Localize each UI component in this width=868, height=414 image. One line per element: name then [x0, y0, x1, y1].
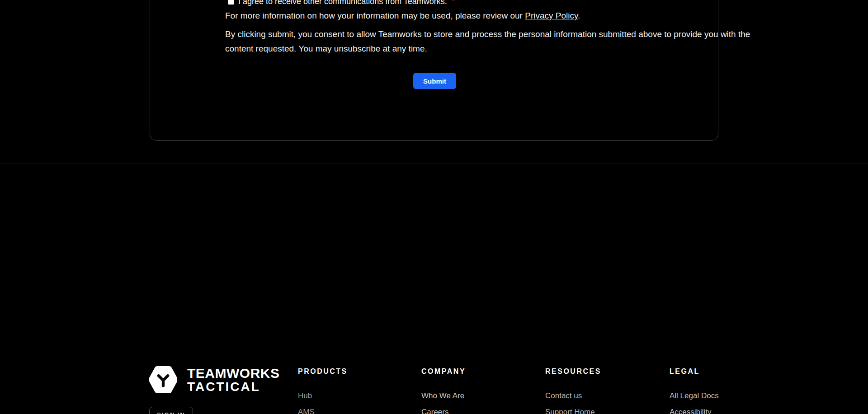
footer-column-title: PRODUCTS	[298, 367, 402, 376]
required-asterisk: *	[452, 0, 455, 5]
footer-column-title: COMPANY	[421, 367, 525, 376]
footer-column-company: COMPANY Who We Are Careers	[421, 367, 525, 414]
footer-link-hub[interactable]: Hub	[298, 392, 402, 400]
privacy-policy-link[interactable]: Privacy Policy	[525, 11, 578, 20]
site-footer: TEAMWORKS TACTICAL SIGN IN (202) 875-893…	[0, 164, 868, 414]
brand-name-line1: TEAMWORKS	[187, 366, 279, 380]
communications-consent-label: I agree to receive other communications …	[238, 0, 447, 6]
submit-consent-line2: content requested. You may unsubscribe a…	[225, 42, 750, 56]
footer-column-title: LEGAL	[670, 367, 774, 376]
footer-column-products: PRODUCTS Hub AMS Nutrition	[298, 367, 402, 414]
footer-brand-logo[interactable]: TEAMWORKS TACTICAL	[149, 365, 279, 395]
footer-brand-name: TEAMWORKS TACTICAL	[187, 366, 279, 394]
sign-in-button[interactable]: SIGN IN	[149, 407, 193, 414]
footer-link-who-we-are[interactable]: Who We Are	[421, 392, 525, 400]
footer-column-legal: LEGAL All Legal Docs Accessibility Priva…	[670, 367, 774, 414]
communications-consent-checkbox[interactable]	[228, 0, 234, 5]
footer-link-support-home[interactable]: Support Home	[545, 408, 649, 414]
footer-link-all-legal-docs[interactable]: All Legal Docs	[670, 392, 774, 400]
form-section-background: I agree to receive other communications …	[0, 0, 868, 164]
privacy-info-prefix: For more information on how your informa…	[225, 11, 525, 20]
footer-column-resources: RESOURCES Contact us Support Home Learni…	[545, 367, 649, 414]
footer-column-title: RESOURCES	[545, 367, 649, 376]
brand-name-line2: TACTICAL	[187, 380, 279, 394]
footer-link-careers[interactable]: Careers	[421, 408, 525, 414]
submit-consent-text: By clicking submit, you consent to allow…	[225, 27, 750, 56]
footer-link-accessibility[interactable]: Accessibility	[670, 408, 774, 414]
privacy-info-text: For more information on how your informa…	[225, 10, 580, 21]
submit-consent-line1: By clicking submit, you consent to allow…	[225, 27, 750, 42]
submit-button[interactable]: Submit	[413, 73, 456, 89]
footer-link-ams[interactable]: AMS	[298, 408, 402, 414]
communications-consent-row: I agree to receive other communications …	[228, 0, 455, 6]
contact-form-card: I agree to receive other communications …	[150, 0, 718, 141]
privacy-info-suffix: .	[578, 11, 580, 20]
teamworks-hexagon-y-logo-icon	[149, 365, 177, 395]
footer-link-contact-us[interactable]: Contact us	[545, 392, 649, 400]
